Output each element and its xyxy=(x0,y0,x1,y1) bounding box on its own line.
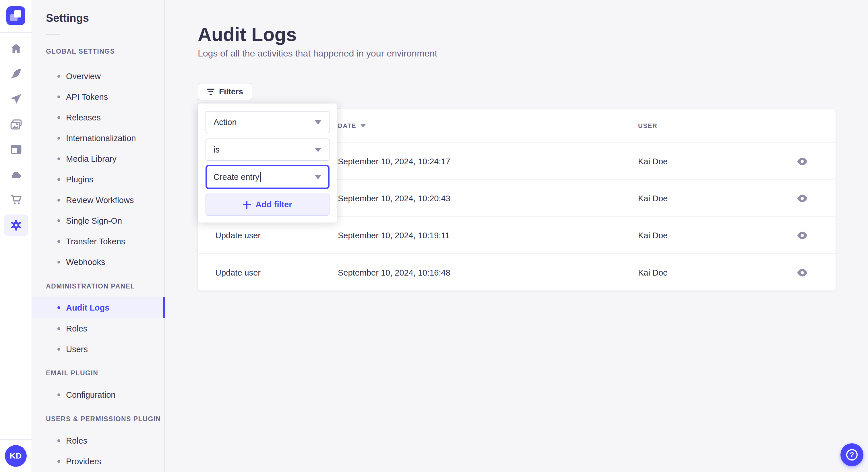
bullet-icon xyxy=(57,116,60,119)
table-row[interactable]: Update user September 10, 2024, 10:19:11… xyxy=(198,217,836,254)
question-mark-icon: ? xyxy=(846,449,858,461)
settings-gear-icon xyxy=(10,219,22,231)
sidebar-item-label: Configuration xyxy=(66,390,116,400)
sidebar-item-label: Roles xyxy=(66,436,87,446)
bullet-icon xyxy=(57,75,60,78)
sidebar-item-single-sign-on[interactable]: Single Sign-On xyxy=(32,210,165,231)
sidebar-item-media-library[interactable]: Media Library xyxy=(32,148,165,169)
bullet-icon xyxy=(57,261,60,264)
settings-sidebar: Settings GLOBAL SETTINGS Overview API To… xyxy=(32,0,165,472)
column-header-date[interactable]: DATE xyxy=(338,122,366,130)
nav-content-type-builder[interactable] xyxy=(9,143,23,156)
cloud-icon xyxy=(10,169,22,181)
add-filter-button[interactable]: Add filter xyxy=(206,194,330,216)
sidebar-item-transfer-tokens[interactable]: Transfer Tokens xyxy=(32,231,165,252)
bullet-icon xyxy=(57,220,60,222)
cell-user: Kai Doe xyxy=(638,157,668,166)
cell-user: Kai Doe xyxy=(638,194,668,203)
section-heading-users-permissions-plugin: USERS & PERMISSIONS PLUGIN xyxy=(46,415,161,423)
settings-audit-logs-page: KD Settings GLOBAL SETTINGS Overview API… xyxy=(0,0,868,472)
filter-field-select[interactable]: Action xyxy=(206,111,330,133)
strapi-logo-shape xyxy=(14,10,21,18)
bullet-icon xyxy=(57,460,60,463)
sidebar-item-label: API Tokens xyxy=(66,92,108,102)
sidebar-item-email-configuration[interactable]: Configuration xyxy=(32,384,165,405)
nav-home[interactable] xyxy=(9,42,23,55)
divider xyxy=(46,34,60,35)
sidebar-item-api-tokens[interactable]: API Tokens xyxy=(32,87,165,107)
nav-marketplace[interactable] xyxy=(9,193,23,206)
chevron-down-icon xyxy=(315,175,321,179)
column-header-user: USER xyxy=(638,122,657,130)
sidebar-item-up-roles[interactable]: Roles xyxy=(32,430,165,451)
filter-value-combobox[interactable]: Create entry xyxy=(206,165,330,189)
paper-plane-icon xyxy=(10,93,22,105)
page-subtitle: Logs of all the activities that happened… xyxy=(198,48,437,59)
chevron-down-icon xyxy=(315,148,321,152)
filter-field-value: Action xyxy=(214,117,237,127)
nav-cloud[interactable] xyxy=(9,168,23,181)
table-row[interactable]: Update user September 10, 2024, 10:16:48… xyxy=(198,254,836,291)
sidebar-item-label: Transfer Tokens xyxy=(66,237,125,246)
filter-operator-select[interactable]: is xyxy=(206,138,330,161)
nav-content[interactable] xyxy=(9,67,23,80)
filters-button[interactable]: Filters xyxy=(198,83,252,100)
column-header-date-label: DATE xyxy=(338,122,356,130)
cell-date: September 10, 2024, 10:24:17 xyxy=(338,157,451,166)
eye-icon xyxy=(796,192,809,205)
sort-desc-icon xyxy=(360,124,366,128)
user-avatar[interactable]: KD xyxy=(5,445,27,467)
bullet-icon xyxy=(57,137,60,140)
add-filter-label: Add filter xyxy=(255,200,292,209)
sidebar-item-overview[interactable]: Overview xyxy=(32,66,165,87)
section-heading-email-plugin: EMAIL PLUGIN xyxy=(46,369,98,377)
cell-action: Update user xyxy=(215,268,260,277)
view-details-button[interactable] xyxy=(794,155,810,168)
cell-user: Kai Doe xyxy=(638,231,668,240)
nav-settings[interactable] xyxy=(9,218,23,232)
section-heading-administration-panel: ADMINISTRATION PANEL xyxy=(46,282,135,290)
sidebar-item-label: Providers xyxy=(66,457,101,466)
sidebar-item-webhooks[interactable]: Webhooks xyxy=(32,252,165,272)
sidebar-item-label: Overview xyxy=(66,72,101,81)
sidebar-item-label: Internationalization xyxy=(66,134,136,143)
sidebar-item-admin-users[interactable]: Users xyxy=(32,339,165,360)
cell-date: September 10, 2024, 10:19:11 xyxy=(338,231,450,240)
sidebar-item-label: Media Library xyxy=(66,154,117,164)
bullet-icon xyxy=(57,178,60,181)
filter-value-text: Create entry xyxy=(214,172,259,182)
bullet-icon xyxy=(57,306,60,309)
sidebar-item-admin-roles[interactable]: Roles xyxy=(32,318,165,339)
sidebar-item-releases[interactable]: Releases xyxy=(32,107,165,128)
nav-release[interactable] xyxy=(9,92,23,105)
sidebar-item-label: Webhooks xyxy=(66,258,105,267)
sidebar-item-up-providers[interactable]: Providers xyxy=(32,451,165,472)
sidebar-item-label: Single Sign-On xyxy=(66,216,122,226)
cell-date: September 10, 2024, 10:20:43 xyxy=(338,194,451,203)
view-details-button[interactable] xyxy=(794,192,810,205)
sidebar-item-internationalization[interactable]: Internationalization xyxy=(32,128,165,148)
help-button[interactable]: ? xyxy=(840,443,863,466)
bullet-icon xyxy=(57,158,60,160)
view-details-button[interactable] xyxy=(794,266,810,279)
bullet-icon xyxy=(57,439,60,442)
strapi-logo[interactable] xyxy=(6,6,25,25)
sidebar-item-label: Audit Logs xyxy=(66,303,110,312)
filter-operator-value: is xyxy=(214,145,220,155)
home-icon xyxy=(10,42,22,55)
nav-media-library[interactable] xyxy=(9,118,23,131)
bullet-icon xyxy=(57,348,60,351)
sidebar-item-label: Roles xyxy=(66,324,87,334)
cart-icon xyxy=(10,193,22,206)
cell-action: Update user xyxy=(215,231,260,240)
view-details-button[interactable] xyxy=(794,229,810,242)
cell-user: Kai Doe xyxy=(638,268,668,277)
chevron-down-icon xyxy=(315,120,321,125)
sidebar-item-plugins[interactable]: Plugins xyxy=(32,169,165,190)
sidebar-title: Settings xyxy=(46,12,89,24)
sidebar-item-review-workflows[interactable]: Review Workflows xyxy=(32,190,165,210)
sidebar-item-audit-logs[interactable]: Audit Logs xyxy=(32,297,165,318)
filters-button-label: Filters xyxy=(219,87,243,96)
filter-icon xyxy=(207,89,214,95)
eye-icon xyxy=(796,266,809,279)
